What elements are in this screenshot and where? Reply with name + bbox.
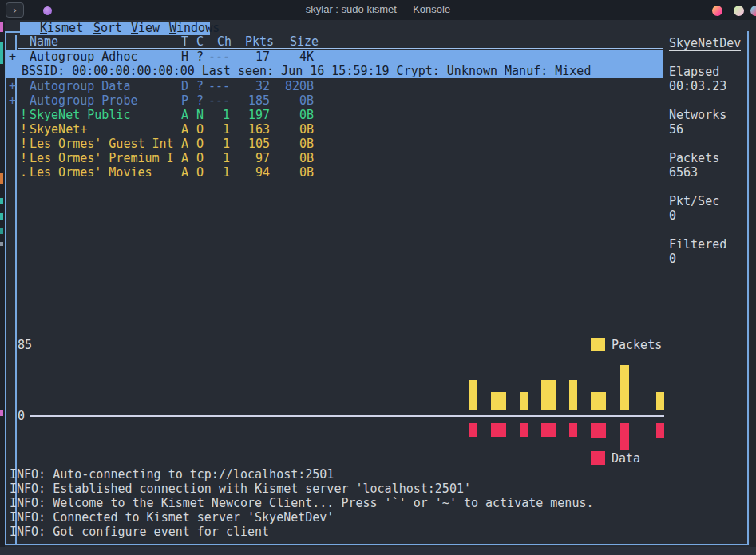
stat-label: Pkt/Sec: [669, 194, 719, 208]
data-bar: [591, 423, 606, 438]
alert-marker: !: [20, 122, 27, 137]
menu-view[interactable]: View: [131, 22, 160, 35]
stat-value: 6563: [669, 165, 698, 180]
alert-marker: !: [20, 151, 27, 165]
packets-bar: [620, 365, 629, 410]
konsole-window: › skylar : sudo kismet — Konsole ~ Kisme…: [0, 0, 756, 555]
expand-marker[interactable]: +: [9, 93, 16, 108]
y-axis-max-label: 85: [18, 338, 32, 352]
table-row[interactable]: + Autogroup Data D ? --- 32 820B: [0, 79, 663, 93]
stat-label: Elapsed: [669, 65, 719, 79]
log-line: INFO: Connected to Kismet server 'SkyeNe…: [10, 510, 334, 525]
col-ch: Ch: [217, 35, 232, 49]
panel-border-bottom: [5, 544, 749, 545]
stat-label: Packets: [669, 151, 719, 165]
log-line: INFO: Welcome to the Kismet Newcore Clie…: [10, 496, 594, 510]
network-list-header: Name T C Ch Pkts Size: [18, 35, 663, 49]
table-row[interactable]: ! Les Ormes' Guest Int A O 1 105 0B: [0, 137, 663, 151]
table-row[interactable]: ! Les Ormes' Premium I A O 1 97 0B: [0, 151, 663, 165]
stat-value: 0: [669, 252, 676, 266]
packets-bar: [541, 380, 556, 410]
expand-marker[interactable]: +: [9, 50, 16, 64]
packets-bar: [656, 392, 664, 410]
packets-legend-swatch-icon: [591, 338, 605, 351]
network-name: Les Ormes' Premium I: [30, 151, 174, 165]
col-size: Size: [290, 35, 319, 49]
network-name: Autogroup Data: [30, 79, 130, 93]
right-window-edge: [750, 20, 756, 547]
table-row-detail[interactable]: BSSID: 00:00:00:00:00:00 Last seen: Jun …: [0, 64, 663, 78]
alert-marker: !: [20, 108, 27, 122]
data-bar: [491, 423, 506, 437]
network-name: Autogroup Adhoc: [30, 50, 137, 64]
data-bar: [656, 423, 664, 438]
packets-bar: [569, 380, 577, 410]
network-detail: BSSID: 00:00:00:00:00:00 Last seen: Jun …: [22, 64, 591, 78]
group-marker: .: [20, 165, 27, 180]
menu-kismet[interactable]: Kismet: [40, 22, 83, 35]
scroll-mark: [0, 22, 3, 32]
server-name: SkyeNetDev: [669, 36, 741, 51]
stat-value: 56: [669, 122, 683, 137]
data-bar: [620, 423, 629, 450]
network-name: SkyeNet Public: [30, 108, 130, 122]
maximize-button[interactable]: [734, 6, 744, 16]
menu-sort[interactable]: Sort: [93, 22, 122, 35]
menu-windows[interactable]: Windows: [169, 22, 220, 35]
packets-bar: [491, 392, 506, 410]
data-bar: [541, 423, 556, 437]
data-legend-label: Data: [612, 451, 640, 466]
stat-label: Networks: [669, 108, 726, 122]
network-name: Autogroup Probe: [30, 93, 137, 108]
network-name: Les Ormes' Guest Int: [30, 137, 174, 151]
log-line: INFO: Auto-connecting to tcp://localhost…: [10, 467, 334, 482]
alert-marker: !: [20, 137, 27, 151]
stat-label: Filtered: [669, 237, 726, 252]
table-row[interactable]: . Les Ormes' Movies A O 1 94 0B: [0, 165, 663, 180]
title-bar[interactable]: › skylar : sudo kismet — Konsole: [0, 0, 756, 20]
stat-value: 00:03.23: [669, 79, 726, 93]
scroll-mark: [0, 242, 3, 246]
scroll-mark: [0, 228, 3, 234]
menu-bar: Kismet Sort View Windows: [20, 22, 210, 35]
table-row[interactable]: + Autogroup Probe P ? --- 185 0B: [0, 93, 663, 108]
window-title: skylar : sudo kismet — Konsole: [0, 3, 756, 15]
log-line: INFO: Established connection with Kismet…: [10, 482, 471, 496]
packets-legend-label: Packets: [612, 338, 662, 352]
close-button[interactable]: [750, 6, 756, 16]
network-name: SkyeNet+: [30, 122, 87, 137]
table-row[interactable]: ! SkyeNet+ A O 1 163 0B: [0, 122, 663, 137]
y-axis-min-label: 0: [18, 409, 25, 423]
col-t: T: [181, 35, 188, 49]
stat-value: 0: [669, 208, 676, 223]
col-pkts: Pkts: [245, 35, 274, 49]
data-legend-swatch-icon: [591, 451, 605, 465]
scroll-mark: [0, 198, 3, 204]
expand-marker[interactable]: +: [9, 79, 16, 93]
minimize-button[interactable]: [712, 6, 722, 16]
packets-bar: [520, 392, 528, 410]
panel-border-top-connector: [5, 31, 21, 33]
network-name: Les Ormes' Movies: [30, 165, 152, 180]
data-bar: [520, 423, 528, 437]
window-bottom-edge: [0, 547, 756, 555]
panel-border-right: [747, 31, 749, 545]
log-line: INFO: Got configure event for client: [10, 525, 269, 539]
table-row[interactable]: ! SkyeNet Public A N 1 197 0B: [0, 108, 663, 122]
scroll-mark: [0, 410, 3, 416]
x-axis-line: [30, 415, 664, 417]
scroll-mark: [0, 213, 3, 220]
packets-bar: [591, 392, 606, 410]
data-bar: [469, 423, 477, 437]
packets-bar: [469, 380, 477, 410]
table-row[interactable]: + Autogroup Adhoc H ? --- 17 4K: [0, 50, 663, 64]
data-bar: [569, 423, 577, 437]
col-name: Name: [30, 35, 58, 49]
col-c: C: [196, 35, 204, 49]
